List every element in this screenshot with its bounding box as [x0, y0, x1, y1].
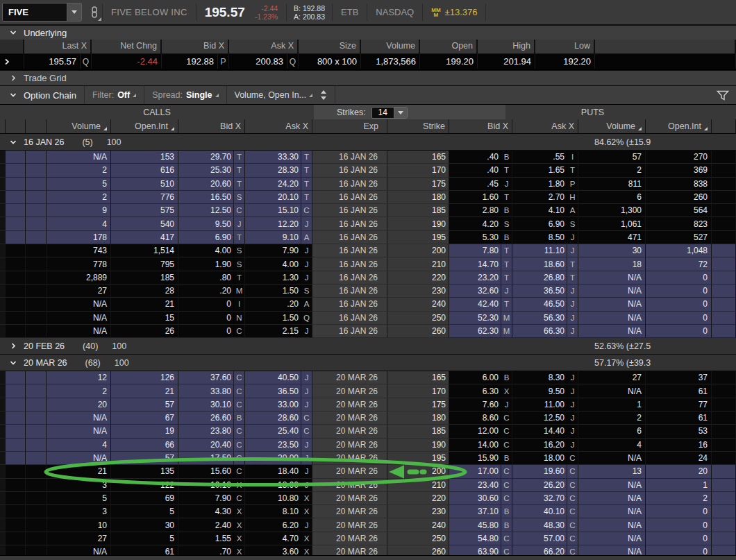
call-bid[interactable]: 9.50J [178, 217, 245, 230]
col-exp[interactable]: Exp [312, 119, 387, 134]
put-bid[interactable]: 4.20S [449, 217, 512, 230]
col-call-ask[interactable]: Ask X [245, 119, 312, 134]
put-bid[interactable]: 23.40C [449, 479, 512, 492]
call-ask[interactable]: 2.15J [245, 325, 312, 338]
put-ask[interactable]: 16.20J [512, 439, 578, 452]
call-ask[interactable]: 24.20T [245, 178, 312, 191]
expiration-group-header[interactable]: 20 FEB 26(40)10052.63% (±27.5 [0, 338, 736, 355]
call-bid[interactable]: .80T [178, 271, 245, 285]
layout-dropdown[interactable]: Volume, Open In... [235, 90, 313, 100]
col-bid[interactable]: Bid X [162, 40, 229, 54]
call-ask[interactable]: 6.20J [245, 518, 312, 532]
call-bid[interactable]: 25.30T [178, 164, 245, 177]
put-ask[interactable]: 66.30J [512, 325, 578, 338]
put-bid[interactable]: 14.00C [449, 439, 512, 452]
call-ask[interactable]: 1.50S [245, 285, 312, 298]
put-bid[interactable]: 12.00C [449, 425, 512, 438]
col-put-bid[interactable]: Bid X [449, 119, 512, 134]
underlying-section-header[interactable]: Underlying [0, 25, 736, 40]
call-ask[interactable]: 15.10C [245, 204, 312, 217]
put-bid[interactable]: 7.60J [449, 398, 512, 411]
put-bid[interactable]: .40T [449, 164, 512, 177]
put-ask[interactable]: 19.60C [512, 465, 578, 478]
put-ask[interactable]: 36.50J [512, 285, 578, 298]
call-bid[interactable]: 6.90T [178, 231, 245, 244]
put-bid[interactable]: 7.80T [449, 244, 512, 257]
put-ask[interactable]: 2.70H [512, 191, 578, 204]
put-bid[interactable]: 30.60C [449, 492, 512, 505]
call-ask[interactable]: 4.70X [245, 532, 312, 545]
symbol-input[interactable]: FIVE [2, 3, 82, 22]
call-bid[interactable]: 1.90S [178, 257, 245, 271]
put-bid[interactable]: 8.60C [449, 411, 512, 425]
put-bid[interactable]: 45.80B [449, 518, 512, 532]
call-ask[interactable]: 9.10A [245, 231, 312, 244]
symbol-dropdown-button[interactable] [67, 3, 81, 21]
link-channel-button[interactable] [87, 3, 102, 22]
put-ask[interactable]: 1.80P [512, 178, 578, 191]
col-call-openint[interactable]: Open.Int [111, 119, 178, 134]
col-ask[interactable]: Ask X [229, 40, 299, 54]
call-bid[interactable]: 1.55X [178, 532, 245, 545]
put-ask[interactable]: 11.00J [512, 398, 578, 411]
spread-dropdown[interactable]: Spread: Single [152, 90, 218, 100]
put-bid[interactable]: 5.30B [449, 231, 512, 244]
put-bid[interactable]: 15.90B [449, 452, 512, 465]
call-ask[interactable]: 18.40J [245, 465, 312, 478]
put-ask[interactable]: 26.20C [512, 479, 578, 492]
put-ask[interactable]: 46.50J [512, 298, 578, 311]
put-bid[interactable]: 23.20T [449, 271, 512, 285]
put-ask[interactable]: 6.90S [512, 217, 578, 230]
call-bid[interactable]: 15.60C [178, 465, 245, 478]
put-ask[interactable]: 48.30C [512, 518, 578, 532]
filter-funnel-button[interactable] [717, 90, 729, 103]
call-bid[interactable]: 17.50C [178, 452, 245, 465]
strikes-dropdown-button[interactable] [394, 108, 407, 118]
put-ask[interactable]: 9.50J [512, 384, 578, 398]
row-height-spinner[interactable] [321, 90, 326, 100]
call-bid[interactable]: 7.90C [178, 492, 245, 505]
put-ask[interactable]: 11.10J [512, 244, 578, 257]
call-bid[interactable]: .20M [178, 285, 245, 298]
put-bid[interactable]: 17.00C [449, 465, 512, 478]
put-ask[interactable]: 56.30J [512, 312, 578, 325]
call-ask[interactable]: 40.50J [245, 371, 312, 384]
col-last[interactable]: Last X [24, 40, 92, 54]
col-put-openint[interactable]: Open.Int [646, 119, 712, 134]
put-bid[interactable]: 2.80B [449, 204, 512, 217]
put-ask[interactable]: 4.10A [512, 204, 578, 217]
put-bid[interactable]: 1.60T [449, 191, 512, 204]
put-bid[interactable]: 63.90C [449, 545, 512, 555]
col-strike[interactable]: Strike [387, 119, 449, 134]
call-ask[interactable]: 33.00J [245, 398, 312, 411]
put-ask[interactable]: 8.50J [512, 231, 578, 244]
option-chain-section-header[interactable]: Option Chain Filter: Off Spread: Single … [0, 85, 736, 104]
put-bid[interactable]: 37.10B [449, 505, 512, 518]
put-ask[interactable]: 32.70C [512, 492, 578, 505]
put-ask[interactable]: 18.60T [512, 257, 578, 271]
call-ask[interactable]: 7.90J [245, 244, 312, 257]
call-bid[interactable]: 10.10X [178, 479, 245, 492]
call-ask[interactable]: 13.90J [245, 479, 312, 492]
put-ask[interactable]: 40.10C [512, 505, 578, 518]
col-low[interactable]: Low [535, 40, 595, 54]
col-open[interactable]: Open [420, 40, 478, 54]
col-size[interactable]: Size [299, 40, 361, 54]
put-bid[interactable]: 6.00B [449, 371, 512, 384]
call-bid[interactable]: 0C [178, 325, 245, 338]
call-ask[interactable]: 36.50J [245, 384, 312, 398]
call-bid[interactable]: 30.10C [178, 398, 245, 411]
call-bid[interactable]: 20.40C [178, 439, 245, 452]
put-bid[interactable]: 32.60J [449, 285, 512, 298]
put-bid[interactable]: 14.70T [449, 257, 512, 271]
put-ask[interactable]: 8.30J [512, 371, 578, 384]
put-ask[interactable]: 1.65T [512, 164, 578, 177]
call-bid[interactable]: 4.30X [178, 505, 245, 518]
col-put-volume[interactable]: Volume [578, 119, 646, 134]
call-ask[interactable]: 33.30T [245, 151, 312, 164]
put-bid[interactable]: 42.40T [449, 298, 512, 311]
spinner-down-icon[interactable] [321, 96, 326, 100]
call-bid[interactable]: 0I [178, 298, 245, 311]
spinner-up-icon[interactable] [321, 90, 326, 94]
call-bid[interactable]: 33.80C [178, 384, 245, 398]
